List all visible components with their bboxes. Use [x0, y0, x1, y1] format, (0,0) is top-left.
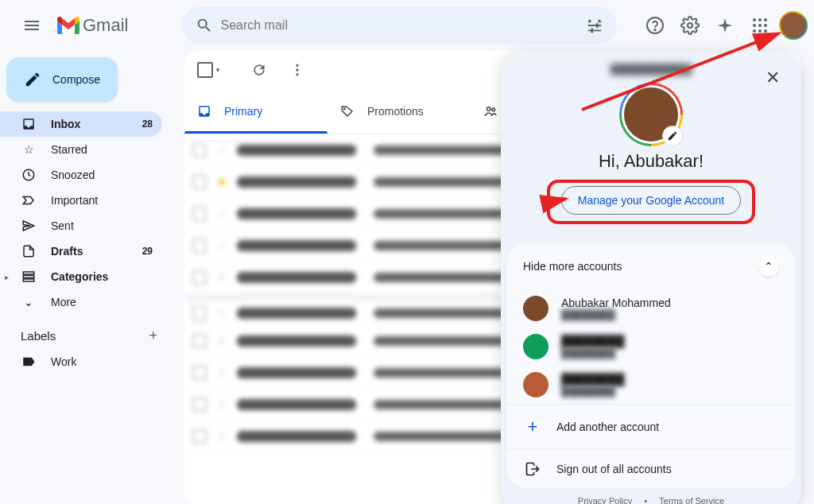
help-icon	[645, 16, 665, 35]
star-icon: ☆	[21, 142, 37, 157]
apps-grid-icon	[752, 17, 768, 33]
tab-primary[interactable]: Primary	[184, 89, 328, 134]
sidebar-item-more[interactable]: ⌄ More	[0, 289, 162, 315]
more-vertical-icon	[289, 62, 305, 78]
account-avatar-icon	[523, 372, 548, 397]
labels-title: Labels	[21, 329, 56, 343]
sidebar-item-inbox[interactable]: Inbox 28	[0, 111, 162, 137]
nav-count: 29	[142, 246, 153, 257]
account-item[interactable]: ████████████████	[507, 328, 795, 366]
account-name: ████████	[561, 373, 624, 386]
more-options-button[interactable]	[281, 54, 313, 86]
categories-expand-icon[interactable]: ▸	[5, 273, 14, 281]
gmail-logo[interactable]: Gmail	[57, 15, 128, 36]
hide-accounts-toggle[interactable]: Hide more accounts ⌃	[507, 243, 795, 289]
account-avatar-icon	[523, 296, 548, 321]
compose-button[interactable]: Compose	[6, 57, 118, 102]
sidebar-item-sent[interactable]: Sent	[0, 213, 162, 238]
main-menu-button[interactable]	[13, 6, 51, 45]
chevron-down-icon: ⌄	[21, 294, 37, 310]
svg-point-20	[487, 107, 491, 111]
account-item[interactable]: Abubakar Mohammed████████	[507, 289, 795, 328]
terms-link[interactable]: Terms of Service	[659, 496, 724, 504]
file-icon	[21, 243, 37, 259]
account-switcher-panel: ✕ ████████████ Hi, Abubakar! Manage your…	[501, 51, 801, 504]
header: Gmail	[0, 0, 814, 51]
svg-point-1	[654, 29, 655, 30]
svg-point-10	[758, 29, 762, 33]
refresh-icon	[251, 62, 267, 78]
send-icon	[21, 218, 37, 234]
edit-avatar-button[interactable]	[662, 126, 683, 146]
account-name: Abubakar Mohammed	[561, 297, 671, 309]
search-bar[interactable]	[182, 6, 617, 45]
sidebar-item-drafts[interactable]: Drafts 29	[0, 238, 162, 264]
svg-point-3	[753, 18, 756, 21]
add-account-button[interactable]: + Add another account	[507, 404, 795, 448]
people-icon	[483, 104, 498, 118]
sidebar-label-work[interactable]: Work	[0, 349, 162, 374]
svg-point-8	[764, 24, 767, 27]
sign-out-button[interactable]: Sign out of all accounts	[507, 448, 795, 488]
hide-label: Hide more accounts	[523, 260, 622, 273]
clock-icon	[21, 167, 37, 183]
inbox-icon	[21, 116, 37, 132]
hamburger-icon	[22, 16, 41, 35]
manage-account-button[interactable]: Manage your Google Account	[561, 186, 741, 215]
settings-button[interactable]	[674, 10, 706, 41]
svg-point-9	[753, 29, 756, 33]
gmail-wordmark: Gmail	[83, 15, 128, 36]
current-email: ████████████	[507, 64, 795, 75]
manage-label: Manage your Google Account	[578, 194, 724, 207]
svg-point-7	[758, 24, 762, 27]
header-right	[623, 10, 808, 41]
account-avatar[interactable]	[779, 11, 808, 40]
sidebar: Compose Inbox 28 ☆ Starred Snoozed Impor…	[0, 51, 172, 381]
sidebar-item-snoozed[interactable]: Snoozed	[0, 162, 162, 188]
svg-point-6	[753, 24, 756, 27]
account-item[interactable]: ████████████████	[507, 366, 795, 404]
sidebar-item-starred[interactable]: ☆ Starred	[0, 137, 162, 162]
profile-avatar[interactable]	[619, 83, 683, 146]
categories-icon	[21, 269, 37, 285]
nav-label: Drafts	[51, 245, 83, 258]
svg-point-19	[344, 108, 346, 110]
gear-icon	[680, 16, 700, 35]
account-avatar-icon	[523, 334, 548, 359]
tag-icon	[340, 104, 355, 118]
nav-label: Important	[51, 194, 98, 207]
privacy-link[interactable]: Privacy Policy	[578, 496, 632, 504]
tab-label: Primary	[224, 105, 262, 118]
chevron-down-icon: ▼	[215, 67, 221, 74]
select-all-checkbox[interactable]: ▼	[194, 59, 224, 81]
nav-label: Categories	[51, 270, 108, 283]
gmail-m-icon	[57, 17, 79, 34]
svg-point-4	[758, 18, 762, 21]
sparkle-icon	[716, 17, 734, 34]
svg-point-5	[764, 18, 767, 21]
refresh-button[interactable]	[243, 54, 275, 86]
sidebar-item-important[interactable]: Important	[0, 188, 162, 213]
annotation-highlight-2: Manage your Google Account	[547, 180, 755, 224]
search-options-button[interactable]	[579, 10, 610, 41]
search-icon	[196, 17, 213, 34]
tab-promotions[interactable]: Promotions	[328, 89, 471, 134]
account-email: ████████	[561, 347, 624, 359]
sign-out-label: Sign out of all accounts	[556, 463, 672, 475]
nav-label: More	[51, 296, 76, 308]
nav-label: Sent	[51, 219, 74, 232]
search-input[interactable]	[220, 18, 579, 33]
tune-icon	[586, 17, 603, 34]
search-button[interactable]	[188, 10, 220, 41]
svg-rect-15	[23, 279, 34, 281]
sign-out-icon	[523, 461, 542, 477]
add-label-button[interactable]: +	[149, 328, 157, 344]
support-button[interactable]	[639, 10, 671, 41]
google-apps-button[interactable]	[744, 10, 776, 41]
sidebar-item-categories[interactable]: Categories	[14, 264, 162, 289]
gemini-button[interactable]	[709, 10, 741, 41]
nav-count: 28	[142, 118, 153, 130]
important-icon	[21, 192, 37, 208]
tab-label: Promotions	[367, 105, 424, 118]
account-name: ████████	[561, 335, 624, 347]
